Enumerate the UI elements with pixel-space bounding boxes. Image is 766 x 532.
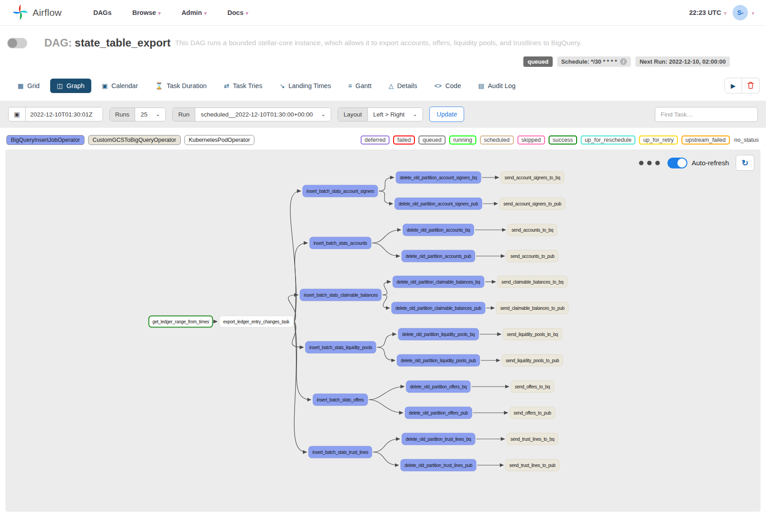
info-icon: i xyxy=(620,58,627,65)
dag-graph-canvas[interactable]: get_ledger_range_from_timesexport_ledger… xyxy=(5,149,761,512)
state-legend-badge[interactable]: scheduled xyxy=(480,135,514,145)
state-legend-badge[interactable]: queued xyxy=(418,135,446,145)
graph-edge xyxy=(372,230,401,243)
dag-title-row: DAG:state_table_export This DAG runs a b… xyxy=(0,26,766,52)
task-node[interactable]: delete_old_partition_claimable_balances_… xyxy=(391,302,485,314)
task-node[interactable]: delete_old_partition_liquidity_pools_bq xyxy=(398,328,479,341)
airflow-brand[interactable]: Airflow xyxy=(12,3,61,22)
tab-calendar[interactable]: ▣Calendar xyxy=(95,79,145,93)
nav-item-browse[interactable]: Browse▾ xyxy=(132,9,161,16)
dag-pause-toggle[interactable] xyxy=(7,38,27,48)
task-node[interactable]: send_claimable_balances_to_bq xyxy=(498,276,568,288)
tab-audit-log[interactable]: ▤Audit Log xyxy=(471,79,522,93)
task-node[interactable]: delete_old_partition_accounts_pub xyxy=(401,250,475,262)
tab-task-tries[interactable]: ⇄Task Tries xyxy=(217,79,269,93)
task-node[interactable]: delete_old_partition_trust_lines_bq xyxy=(402,433,475,445)
graph-edge xyxy=(369,387,404,400)
task-node[interactable]: get_ledger_range_from_times xyxy=(148,316,213,328)
layout-select[interactable]: Left > Right ⌄ xyxy=(368,108,423,121)
nav-item-docs[interactable]: Docs▾ xyxy=(227,9,248,16)
state-legend-badge[interactable]: failed xyxy=(393,135,415,145)
operator-legend-badge[interactable]: KubernetesPodOperator xyxy=(184,135,255,145)
update-button[interactable]: Update xyxy=(429,107,464,122)
clock-dropdown[interactable]: 22:23 UTC ▾ xyxy=(689,9,726,16)
task-duration-icon: ⌛ xyxy=(155,83,163,89)
task-node[interactable]: send_claimable_balances_to_pub xyxy=(496,302,569,314)
task-node[interactable]: send_trust_lines_to_pub xyxy=(505,459,559,471)
user-menu[interactable]: S- ▾ xyxy=(733,5,754,20)
tab-grid[interactable]: ▦Grid xyxy=(11,79,47,93)
task-node[interactable]: send_account_signers_to_pub xyxy=(499,198,565,210)
operator-legend-badge[interactable]: CustomGCSToBigQueryOperator xyxy=(88,135,181,145)
state-legend-badge[interactable]: running xyxy=(449,135,476,145)
trigger-dag-button[interactable]: ▶ xyxy=(724,78,742,93)
chevron-down-icon: ⌄ xyxy=(155,111,160,117)
state-legend-badge[interactable]: deferred xyxy=(361,135,390,145)
nav-item-admin[interactable]: Admin▾ xyxy=(182,9,207,16)
graph-edge xyxy=(377,334,396,347)
task-node[interactable]: delete_old_partition_account_signers_pub xyxy=(395,198,482,210)
run-group: Run scheduled__2022-12-10T01:30:00+00:00… xyxy=(172,107,331,121)
task-node[interactable]: insert_batch_stats_liquidity_pools xyxy=(305,341,376,354)
task-node[interactable]: send_liquidity_pools_to_pub xyxy=(502,355,563,367)
state-legend-badge[interactable]: success xyxy=(549,135,577,145)
avatar: S- xyxy=(733,5,748,20)
task-node[interactable]: insert_batch_stats_trust_lines xyxy=(308,446,372,458)
refresh-button[interactable]: ↻ xyxy=(736,155,754,171)
task-node[interactable]: insert_batch_stats_account_signers xyxy=(302,185,378,197)
run-select[interactable]: scheduled__2022-12-10T01:30:00+00:00 ⌄ xyxy=(195,108,331,121)
runs-select[interactable]: 25 ⌄ xyxy=(135,108,165,121)
task-node[interactable]: send_offers_to_bq xyxy=(511,381,554,393)
tab-details[interactable]: △Details xyxy=(382,79,424,93)
task-node[interactable]: send_account_signers_to_bq xyxy=(501,172,564,184)
graph-icon: ◫ xyxy=(57,83,63,89)
header-right: 22:23 UTC ▾ S- ▾ xyxy=(689,5,754,20)
graph-edge xyxy=(383,282,391,295)
task-node[interactable]: delete_old_partition_trust_lines_pub xyxy=(400,459,476,471)
task-node[interactable]: delete_old_partition_offers_bq xyxy=(406,381,470,393)
task-node[interactable]: delete_old_partition_account_signers_bq xyxy=(396,172,481,184)
loading-dot xyxy=(639,161,644,165)
state-legend-badge[interactable]: skipped xyxy=(517,135,545,145)
task-node[interactable]: send_liquidity_pools_to_bq xyxy=(503,328,562,341)
tab-task-duration[interactable]: ⌛Task Duration xyxy=(148,79,213,93)
runs-group: Runs 25 ⌄ xyxy=(109,107,166,121)
task-node[interactable]: export_ledger_entry_changes_task xyxy=(219,316,294,328)
task-node[interactable]: send_accounts_to_pub xyxy=(506,250,558,262)
state-legend-badge[interactable]: no_status xyxy=(733,136,760,144)
tab-graph[interactable]: ◫Graph xyxy=(50,79,92,93)
chevron-down-icon: ▾ xyxy=(158,10,161,16)
base-date-input[interactable] xyxy=(26,107,103,121)
task-node[interactable]: insert_batch_stats_accounts xyxy=(310,237,371,249)
state-legend-badge[interactable]: up_for_retry xyxy=(639,135,677,145)
tab-gantt[interactable]: ≡Gantt xyxy=(341,79,378,93)
task-node[interactable]: insert_batch_stats_offers xyxy=(313,394,368,406)
graph-edge xyxy=(295,243,308,322)
auto-refresh-toggle[interactable] xyxy=(667,158,687,168)
task-node[interactable]: delete_old_partition_claimable_balances_… xyxy=(393,276,484,288)
task-node[interactable]: send_offers_to_pub xyxy=(510,407,555,419)
schedule-badge[interactable]: Schedule: */30 * * * * i xyxy=(557,56,631,67)
operator-legend-badge[interactable]: BigQueryInsertJobOperator xyxy=(6,135,85,145)
delete-dag-button[interactable] xyxy=(742,78,760,93)
find-task-input[interactable] xyxy=(655,107,758,122)
tab-label: Gantt xyxy=(356,82,371,89)
nav-item-dags[interactable]: DAGs xyxy=(93,9,111,16)
graph-edge xyxy=(377,347,395,360)
state-legend-badge[interactable]: upstream_failed xyxy=(681,135,730,145)
tab-label: Landing Times xyxy=(288,82,331,89)
schedule-label: Schedule: */30 * * * * xyxy=(561,58,617,65)
task-node[interactable]: send_accounts_to_bq xyxy=(508,224,557,236)
task-node[interactable]: delete_old_partition_liquidity_pools_pub xyxy=(397,355,480,367)
tab-label: Calendar xyxy=(111,82,138,89)
calendar-icon[interactable]: ▣ xyxy=(9,107,26,121)
task-node[interactable]: send_trust_lines_to_bq xyxy=(507,433,559,445)
tab-code[interactable]: <>Code xyxy=(428,79,468,93)
task-node[interactable]: delete_old_partition_accounts_bq xyxy=(403,224,474,236)
task-node[interactable]: insert_batch_stats_claimable_balances xyxy=(300,289,381,301)
state-legend-badge[interactable]: up_for_reschedule xyxy=(581,135,636,145)
task-node[interactable]: delete_old_partition_offers_pub xyxy=(405,407,472,419)
chevron-down-icon: ▾ xyxy=(724,10,727,16)
tab-landing-times[interactable]: ↘Landing Times xyxy=(273,79,338,93)
next-run-badge: Next Run: 2022-12-10, 02:00:00 xyxy=(635,56,730,67)
